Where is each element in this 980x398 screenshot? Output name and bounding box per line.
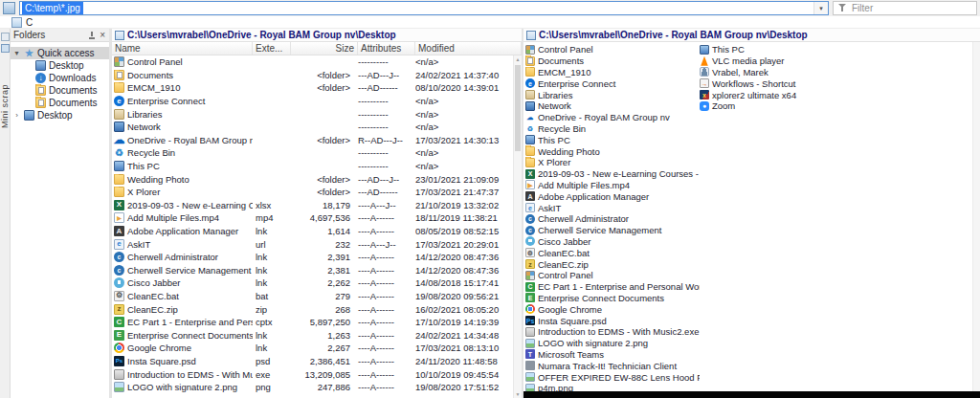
scrollbar-thumb[interactable] [515, 65, 521, 151]
file-row[interactable]: cCherwell Administratorlnk2,391----A----… [112, 251, 522, 264]
filter-input[interactable]: Filter [833, 1, 977, 15]
file-row[interactable]: EEnterprise Connect Documentslnk1,263---… [112, 328, 522, 342]
tree-item-desktop[interactable]: Desktop [11, 59, 109, 72]
icon-item-this-pc[interactable]: This PC [700, 44, 970, 55]
icon-item-wedding-photo[interactable]: Wedding Photo [525, 145, 700, 157]
file-row[interactable]: CEC Part 1 - Enterprise and Personal Wor… [112, 316, 522, 329]
icon-item-2019-09-03-new-e-learning-courses-w[interactable]: X2019-09-03 - New e-Learning Courses - W… [525, 168, 700, 180]
vertical-scrollbar[interactable] [972, 42, 980, 398]
icon-item-libraries[interactable]: Libraries [525, 89, 700, 100]
icon-item-numara-track-it-technician-client[interactable]: Numara Track-It! Technician Client [525, 360, 700, 371]
file-row[interactable]: This PC----------<n/a> [112, 160, 522, 173]
icon-item-enterprise-connect-documents[interactable]: EEnterprise Connect Documents [525, 293, 700, 304]
icon-item-introduction-to-edms-with-music2-exe[interactable]: Introduction to EDMS - With Music2.exe [525, 326, 700, 338]
icon-item-documents[interactable]: Documents [525, 55, 700, 67]
icon-item-google-chrome[interactable]: Google Chrome [525, 303, 700, 315]
file-row[interactable]: AAdobe Application Managerlnk1,614----A-… [112, 225, 522, 238]
tree-item-desktop[interactable]: ›Desktop [11, 109, 109, 122]
file-row[interactable]: Google Chromelnk2,267----A------17/03/20… [112, 342, 522, 355]
file-row[interactable]: cCherwell Service Managementlnk2,381----… [112, 264, 522, 277]
file-row[interactable]: ⚙CleanEC.batbat279----A------19/08/2020 … [112, 290, 522, 303]
suggestion-row[interactable]: C [0, 16, 980, 29]
file-row[interactable]: X Plorer<folder>---AD------17/03/2021 21… [112, 186, 522, 199]
icon-item-label: CleanEC.bat [538, 248, 590, 258]
icon-item-enterprise-connect[interactable]: eEnterprise Connect [525, 77, 700, 89]
icon-item-label: X Plorer [538, 157, 570, 167]
file-row[interactable]: Libraries----------<n/a> [112, 107, 522, 121]
icon-item-cleanec-zip[interactable]: zCleanEC.zip [525, 258, 700, 270]
file-row[interactable]: LOGO with signature 2.pngpng247,886----A… [112, 381, 522, 394]
file-row[interactable]: eEnterprise Connect----------<n/a> [112, 95, 522, 108]
icon-item-cleanec-bat[interactable]: ⚙CleanEC.bat [525, 247, 700, 258]
icon-item-logo-with-signature-2-png[interactable]: LOGO with signature 2.png [525, 338, 700, 349]
icon-item-recycle-bin[interactable]: ♻Recycle Bin [525, 123, 700, 135]
icon-item-cherwell-administrator[interactable]: cCherwell Administrator [525, 213, 700, 225]
icon-item-add-multiple-files-mp4[interactable]: ▶Add Multiple Files.mp4 [525, 180, 700, 191]
close-icon[interactable]: × [99, 31, 106, 40]
file-modified: <n/a> [415, 96, 522, 106]
file-attributes: ---------- [358, 147, 415, 158]
icon-item-askit[interactable]: eAskIT [525, 202, 700, 213]
icon-item-vlc-media-player[interactable]: VLC media player [700, 55, 970, 67]
icon-item-control-panel[interactable]: Control Panel [525, 270, 700, 281]
tree-item-quick-access[interactable]: ▾★Quick access [11, 47, 109, 59]
icon-item-vrabel-marek[interactable]: Vrabel, Marek [700, 67, 970, 78]
file-size: 2,386,451 [291, 356, 358, 366]
icon-item-this-pc[interactable]: This PC [525, 134, 700, 145]
file-name: Enterprise Connect [127, 96, 205, 106]
scroll-up-icon[interactable]: ▲ [514, 56, 522, 62]
file-row[interactable]: Cisco Jabberlnk2,262----A------14/08/201… [112, 276, 522, 290]
icon-item-emcm-1910[interactable]: EMCM_1910 [525, 67, 700, 78]
icon-item-offer-expired-ew-88c-lens-hood-for-c[interactable]: OFFER EXPIRED EW-88C Lens Hood For C... [525, 371, 700, 383]
icon-item-ec-part-1-enterprise-and-personal-worksp[interactable]: CEC Part 1 - Enterprise and Personal Wor… [525, 281, 700, 293]
right-pane-header[interactable]: C:\Users\mvrabel\OneDrive - Royal BAM Gr… [523, 29, 980, 42]
mini-scrap-tab[interactable]: Mini scrap [0, 29, 11, 398]
file-row[interactable]: eAskITurl232----A---J--17/03/2021 20:29:… [112, 237, 522, 251]
icon-item-adobe-application-manager[interactable]: AAdobe Application Manager [525, 190, 700, 202]
file-row[interactable]: ▶Add Multiple Files.mp4mp44,697,536----A… [112, 211, 522, 225]
path-combobox[interactable]: C:\temp\*.jpg ▾ [19, 1, 829, 15]
column-header-size[interactable]: Size [291, 42, 358, 55]
file-row[interactable]: X2019-09-03 - New e-Learning Courses ...… [112, 199, 522, 212]
left-pane-header[interactable]: C:\Users\mvrabel\OneDrive - Royal BAM Gr… [112, 29, 522, 42]
icon-item-cherwell-service-management[interactable]: cCherwell Service Management [525, 225, 700, 236]
file-row[interactable]: zCleanEC.zipzip268----A------16/02/2021 … [112, 302, 522, 316]
column-header-modified[interactable]: Modified [415, 42, 522, 55]
file-size: 279 [291, 291, 358, 301]
tree-item-downloads[interactable]: ↓Downloads [11, 72, 109, 84]
file-row[interactable]: EMCM_1910<folder>---AD------08/10/2020 1… [112, 81, 522, 95]
column-header-attributes[interactable]: Attributes [358, 42, 415, 55]
icon-item-zoom[interactable]: ●Zoom [700, 100, 970, 112]
combobox-dropdown-icon[interactable]: ▾ [813, 2, 828, 14]
vertical-scrollbar[interactable]: ▲ ▼ [513, 55, 522, 398]
tree-tab-icon[interactable] [1, 44, 10, 53]
icon-item-network[interactable]: Network [525, 100, 700, 112]
file-row[interactable]: ☁OneDrive - Royal BAM Group nv<folder>R-… [112, 134, 522, 147]
icon-item-control-panel[interactable]: Control Panel [525, 44, 700, 55]
scrap-tab-icon[interactable] [1, 33, 10, 41]
icon-item-microsoft-teams[interactable]: TMicrosoft Teams [525, 349, 700, 361]
icon-item-label: EC Part 1 - Enterprise and Personal Work… [538, 281, 700, 292]
icon-item-onedrive-royal-bam-group-nv[interactable]: ☁OneDrive - Royal BAM Group nv [525, 112, 700, 123]
tree-item-documents[interactable]: Documents [11, 84, 109, 97]
tree-item-documents[interactable]: Documents [11, 97, 109, 109]
collapsed-chevron-icon[interactable]: › [12, 111, 21, 120]
column-header-name[interactable]: Name [112, 42, 253, 55]
icon-item-insta-square-psd[interactable]: PsInsta Square.psd [525, 315, 700, 326]
icon-item-xplorer2-ultimate-x64[interactable]: xxplorer2 ultimate x64 [700, 89, 970, 100]
icon-item-workflows-shortcut[interactable]: →Workflows - Shortcut [700, 77, 970, 89]
file-row[interactable]: Wedding Photo<folder>---AD---J--23/01/20… [112, 172, 522, 186]
expanded-chevron-icon[interactable]: ▾ [12, 49, 21, 57]
file-row[interactable]: Network----------<n/a> [112, 121, 522, 134]
icon-item-x-plorer[interactable]: X Plorer [525, 157, 700, 168]
file-row[interactable]: ♻Recycle Bin----------<n/a> [112, 146, 522, 160]
right-pane-path: C:\Users\mvrabel\OneDrive - Royal BAM Gr… [539, 30, 808, 40]
column-header-exte[interactable]: Exte... [253, 42, 291, 55]
file-row[interactable]: Documents<folder>---AD---J--24/02/2021 1… [112, 69, 522, 82]
file-row[interactable]: Control Panel----------<n/a> [112, 55, 522, 69]
icon-item-cisco-jabber[interactable]: Cisco Jabber [525, 236, 700, 248]
file-row[interactable]: PsInsta Square.psdpsd2,386,451----A-----… [112, 355, 522, 368]
scroll-down-icon[interactable]: ▼ [514, 391, 522, 397]
file-row[interactable]: Introduction to EDMS - With Music2.exeex… [112, 367, 522, 381]
pin-icon[interactable] [88, 32, 96, 39]
